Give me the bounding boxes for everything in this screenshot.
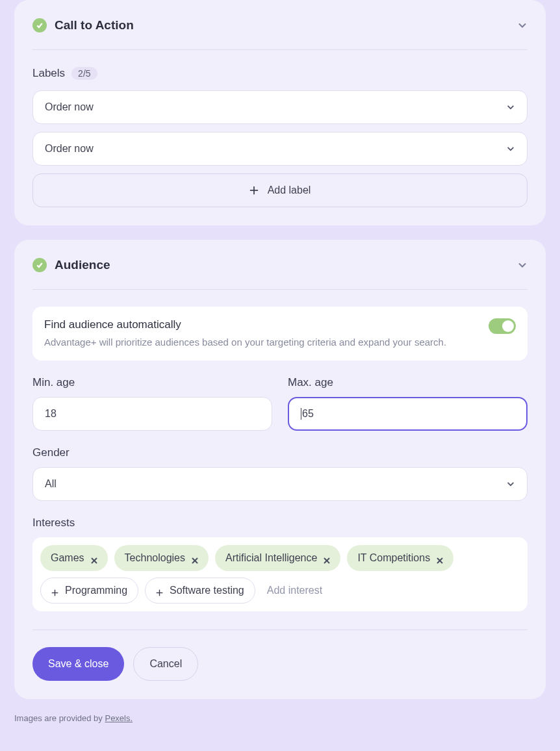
interest-chip[interactable]: Technologies <box>114 545 209 571</box>
toggle-knob <box>502 320 514 332</box>
max-age-label: Max. age <box>288 376 528 389</box>
add-label-button[interactable]: Add label <box>32 173 528 207</box>
auto-find-toggle[interactable] <box>489 318 516 334</box>
interest-suggestion[interactable]: Software testing <box>145 578 255 604</box>
cancel-button[interactable]: Cancel <box>133 647 198 681</box>
remove-icon[interactable] <box>91 555 97 561</box>
footer-attribution: Images are provided by Pexels. <box>14 713 546 723</box>
save-close-button[interactable]: Save & close <box>32 647 124 681</box>
chip-label: Software testing <box>170 585 244 596</box>
audience-section: Audience Find audience automatically Adv… <box>14 240 546 699</box>
auto-find-audience-box: Find audience automatically Advantage+ w… <box>32 307 528 361</box>
chevron-down-icon <box>506 144 515 153</box>
audience-header[interactable]: Audience <box>32 258 528 290</box>
call-to-action-section: Call to Action Labels 2/5 Order now Orde… <box>14 0 546 225</box>
cta-title: Call to Action <box>55 18 134 32</box>
gender-value: All <box>45 478 57 490</box>
interest-chip[interactable]: IT Competitions <box>347 545 453 571</box>
check-icon <box>32 258 47 272</box>
auto-find-title: Find audience automatically <box>44 318 446 331</box>
pexels-link[interactable]: Pexels. <box>105 713 133 723</box>
plus-icon <box>249 186 259 195</box>
gender-select[interactable]: All <box>32 467 528 501</box>
chip-label: Programming <box>65 585 127 596</box>
labels-counter: 2/5 <box>71 67 97 80</box>
remove-icon[interactable] <box>437 555 443 561</box>
interests-label: Interests <box>32 516 528 529</box>
add-interest-input[interactable]: Add interest <box>262 585 327 596</box>
chevron-down-icon <box>506 103 515 112</box>
interest-chip[interactable]: Artificial Intelligence <box>215 545 340 571</box>
labels-heading: Labels <box>32 67 65 80</box>
remove-icon[interactable] <box>324 555 330 561</box>
chip-label: Technologies <box>125 552 185 564</box>
chip-label: Artificial Intelligence <box>225 552 317 564</box>
chip-label: IT Competitions <box>357 552 430 564</box>
divider <box>32 630 528 630</box>
audience-title: Audience <box>55 258 110 272</box>
interest-chip[interactable]: Games <box>40 545 108 571</box>
label-select-value: Order now <box>45 101 94 113</box>
auto-find-subtitle: Advantage+ will prioritize audiences bas… <box>44 335 446 349</box>
label-select-value: Order now <box>45 143 94 155</box>
chip-label: Games <box>51 552 84 564</box>
chevron-down-icon <box>517 20 528 31</box>
check-icon <box>32 18 47 32</box>
interests-box: Games Technologies Artificial Intelligen… <box>32 537 528 611</box>
gender-label: Gender <box>32 446 528 459</box>
max-age-input[interactable]: 65 <box>288 397 528 431</box>
remove-icon[interactable] <box>192 555 198 561</box>
label-select-1[interactable]: Order now <box>32 90 528 124</box>
min-age-input[interactable] <box>32 397 272 431</box>
cta-header[interactable]: Call to Action <box>32 18 528 50</box>
footer-prefix: Images are provided by <box>14 713 105 723</box>
min-age-label: Min. age <box>32 376 272 389</box>
max-age-value: 65 <box>301 408 314 420</box>
interest-suggestion[interactable]: Programming <box>40 578 138 604</box>
plus-icon <box>51 587 58 594</box>
chevron-down-icon <box>517 260 528 270</box>
add-label-text: Add label <box>268 185 311 196</box>
label-select-2[interactable]: Order now <box>32 132 528 166</box>
chevron-down-icon <box>506 479 515 489</box>
plus-icon <box>156 587 163 594</box>
